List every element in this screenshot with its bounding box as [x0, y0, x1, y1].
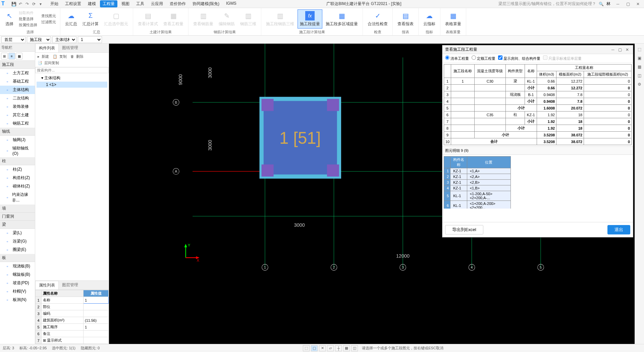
nav-item[interactable]: ▫二次结构: [0, 94, 35, 102]
nav-section[interactable]: 轴线: [0, 128, 35, 136]
sb-tool7-icon[interactable]: ◫: [351, 345, 358, 351]
maximize-icon[interactable]: ▢: [623, 2, 633, 6]
nav-item[interactable]: ▫基础工程: [0, 77, 35, 86]
seg-quantity[interactable]: fx施工段提量: [298, 9, 322, 29]
results-close-icon[interactable]: ✕: [624, 47, 630, 52]
cloud-summary[interactable]: ☁云汇总: [63, 10, 79, 28]
nav-item[interactable]: ▫约束边缘非...: [0, 190, 35, 205]
rebar-3d[interactable]: ▥钢筋三维: [238, 10, 258, 28]
prop-row[interactable]: 3编码: [36, 310, 109, 317]
nav-item[interactable]: ▫砌体柱(Z): [0, 182, 35, 190]
nav-item[interactable]: ▫圈梁(E): [0, 246, 35, 254]
minimize-icon[interactable]: ─: [613, 2, 623, 6]
edit-rebar[interactable]: ✎编辑钢筋: [217, 10, 237, 28]
result-row[interactable]: 5小计1.600820.0720: [444, 105, 632, 112]
sb-tool4-icon[interactable]: ▱: [327, 345, 334, 351]
nav-item[interactable]: ▫轴网(J): [0, 136, 35, 144]
component-search[interactable]: [35, 67, 109, 73]
close-icon[interactable]: ✕: [633, 2, 643, 6]
inter-floor-copy[interactable]: 📑 层间复制: [37, 60, 61, 66]
result-row[interactable]: 3现浇板B-10.94087.80: [444, 91, 632, 98]
menu-8[interactable]: 协同建模(限免): [190, 0, 222, 7]
menu-7[interactable]: 造价协作: [167, 0, 189, 7]
qat-save-icon[interactable]: 💾: [11, 1, 17, 7]
qat-refresh-icon[interactable]: ⟳: [31, 1, 37, 7]
select-by-prop[interactable]: 按属性选择: [17, 22, 39, 28]
find-element[interactable]: 查找图元: [40, 13, 57, 19]
detail-row[interactable]: 4KZ-1<1,B>: [444, 185, 511, 191]
nav-item[interactable]: ▫装饰装修: [0, 102, 35, 111]
opt-quota[interactable]: 定额工程量: [472, 55, 495, 61]
instance-select[interactable]: 1: [78, 36, 102, 43]
prop-row[interactable]: 4建筑面积(m²)(11.56): [36, 317, 109, 324]
user-name[interactable]: 林: [606, 1, 610, 7]
result-row[interactable]: 11C30梁KL-10.6612.2720: [444, 78, 632, 85]
nav-item[interactable]: ▫现浇板(B): [0, 262, 35, 270]
nav-item[interactable]: ▫柱帽(V): [0, 287, 35, 296]
menu-1[interactable]: 工程设置: [62, 0, 84, 7]
qat-more-icon[interactable]: ▾: [38, 1, 44, 7]
nav-view-tree-icon[interactable]: ⊞: [1, 53, 8, 59]
prop-row[interactable]: 1名称1: [36, 297, 109, 304]
detail-row[interactable]: 3KZ-1<2,B>: [444, 180, 511, 185]
sb-tool5-icon[interactable]: ┼: [335, 345, 342, 351]
filter-element[interactable]: 过滤图元: [40, 19, 57, 25]
detail-row[interactable]: 1KZ-1<1,A>: [444, 168, 511, 174]
prop-row[interactable]: 5施工顺序1: [36, 324, 109, 331]
tool-layers-icon[interactable]: ▦: [636, 63, 643, 71]
validity-check[interactable]: ✓合法性检查: [366, 10, 390, 28]
nav-item[interactable]: ▫辅助轴线(O): [0, 144, 35, 157]
result-row[interactable]: 7小计1.92180: [444, 118, 632, 125]
menu-5[interactable]: 工具: [133, 0, 147, 7]
help-search[interactable]: 梁层三维显示图元/轴网有错位，位置不对应如何处理？: [489, 1, 596, 7]
sb-tool3-icon[interactable]: ✕: [319, 345, 326, 351]
tab-layer-mgmt[interactable]: 图层管理: [59, 281, 82, 290]
nav-item[interactable]: ▫其它土建: [0, 111, 35, 119]
result-row[interactable]: 6C35柱KZ-11.92180: [444, 112, 632, 118]
nav-section[interactable]: 柱: [0, 157, 35, 165]
batch-select[interactable]: 批量选择: [17, 16, 39, 22]
copy-button[interactable]: 📋 复制: [52, 54, 69, 59]
sb-tool1-icon[interactable]: ⬚: [303, 345, 310, 351]
delete-button[interactable]: 🗑 删除: [69, 54, 86, 59]
nav-item[interactable]: ▫柱(Z): [0, 165, 35, 174]
result-row[interactable]: 4小计0.94087.80: [444, 98, 632, 105]
qat-redo-icon[interactable]: ↷: [24, 1, 30, 7]
cloud-index[interactable]: ☁云指标: [421, 10, 437, 28]
sb-tool2-icon[interactable]: ▢: [311, 345, 318, 351]
type-select[interactable]: 主体结构: [52, 36, 76, 43]
tool-gear-icon[interactable]: ⚙: [636, 81, 643, 88]
nav-view-list-icon[interactable]: ≡: [8, 53, 15, 59]
export-button[interactable]: 导出到Excel: [445, 225, 483, 234]
nav-view-grid-icon[interactable]: ▦: [16, 53, 22, 59]
nav-item[interactable]: ▫主体结构: [0, 86, 35, 94]
summary-selected[interactable]: ▢汇总选中图元: [102, 10, 130, 28]
select-button[interactable]: ↖选择: [3, 10, 16, 28]
opt-show[interactable]: 显示房间、组合构件量: [498, 55, 540, 61]
menu-9[interactable]: IGMS: [223, 0, 239, 7]
tool-cube-icon[interactable]: ▣: [636, 54, 643, 62]
nav-item[interactable]: ▫梁(L): [0, 229, 35, 237]
tree-root[interactable]: ▾ 主体结构: [37, 75, 107, 82]
result-row[interactable]: 9小计3.520838.0720: [444, 132, 632, 138]
detail-row[interactable]: 6KL-1<1+200,A-200><2+200...: [444, 201, 511, 209]
menu-0[interactable]: 开始: [48, 0, 61, 7]
menu-4[interactable]: 视图: [119, 0, 132, 7]
tab-component-list[interactable]: 构件列表: [35, 44, 59, 52]
qat-undo-icon[interactable]: ↶: [17, 1, 23, 7]
tree-child[interactable]: 1 <1>: [37, 82, 107, 88]
prop-row[interactable]: 6备注: [36, 331, 109, 337]
result-row[interactable]: 2小计0.6612.2720: [444, 85, 632, 91]
opt-list[interactable]: 清单工程量: [445, 55, 469, 61]
nav-item[interactable]: ▫构造柱(Z): [0, 174, 35, 182]
result-row[interactable]: 10合计3.520838.0720: [444, 138, 632, 145]
table-quantity[interactable]: ▦表格算量: [443, 10, 463, 28]
nav-section[interactable]: 门窗洞: [0, 213, 35, 221]
nav-item[interactable]: ▫土方工程: [0, 69, 35, 77]
results-max-icon[interactable]: ▢: [617, 47, 623, 52]
results-min-icon[interactable]: ─: [610, 47, 616, 52]
tab-prop-list[interactable]: 属性列表: [35, 281, 59, 290]
opt-std[interactable]: 只显示标准层单层量: [543, 55, 582, 61]
nav-item[interactable]: ▫连梁(G): [0, 237, 35, 246]
detail-row[interactable]: 5KL-1<1-200,A-50><2+200,A-...: [444, 191, 511, 201]
